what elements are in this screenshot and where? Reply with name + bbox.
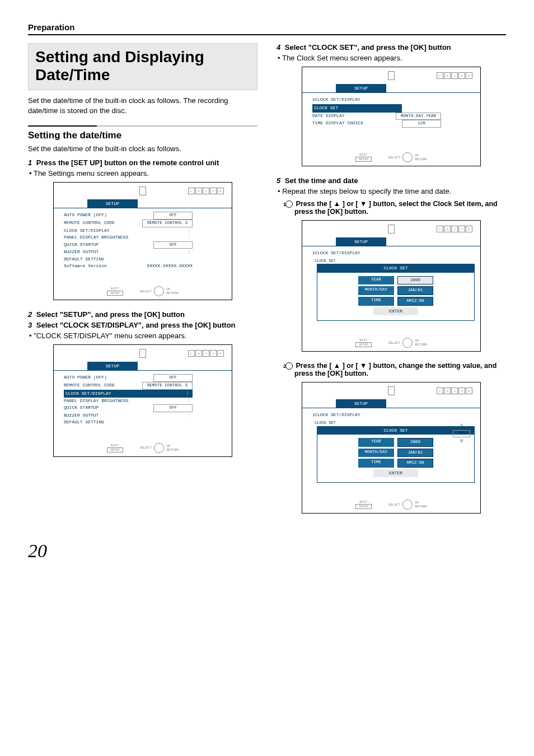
- step-1: 1 Press the [SET UP] button on the remot…: [28, 158, 257, 167]
- step-4: 4 Select "CLOCK SET", and press the [OK]…: [277, 43, 506, 52]
- step-3-note: "CLOCK SET/DISPLAY" menu screen appears.: [29, 332, 257, 340]
- page-number: 20: [28, 540, 506, 562]
- step-4-note: The Clock Set menu screen appears.: [278, 54, 506, 62]
- step-5: 5 Set the time and date: [277, 176, 506, 185]
- menu-screenshot-3: ▷◎♫▭⎚ SETUP CLOCK SET/DISPLAY CLOCK SET …: [302, 67, 481, 166]
- doc-icon: [139, 186, 146, 195]
- page-title: Setting and Displaying Date/Time: [35, 48, 250, 84]
- year-stepper: △ 2009 ▽: [453, 422, 470, 446]
- subheading: Setting the date/time: [28, 130, 257, 141]
- menu-screenshot-2: ▷◎♫▭⎚ SETUP AUTO POWER (OFF)OFF REMOTE C…: [53, 344, 232, 456]
- divider: [28, 34, 506, 35]
- step-5b: 2 Press the [ ▲ ] or [ ▼ ] button, chang…: [285, 362, 506, 377]
- doc-icon: [139, 349, 146, 358]
- right-column: 4 Select "CLOCK SET", and press the [OK]…: [277, 43, 506, 524]
- step-5a: 1 Press the [ ▲ ] or [ ▼ ] button, selec…: [285, 200, 506, 216]
- menu-screenshot-5: ▷◎♫▭⎚ SETUP CLOCK SET/DISPLAY CLOCK SET …: [302, 382, 481, 514]
- left-column: Setting and Displaying Date/Time Set the…: [28, 43, 257, 524]
- jog-icon: [154, 286, 164, 296]
- mode-icons: ▷◎♫▭⎚: [188, 188, 224, 194]
- step-1-note: The Settings menu screen appears.: [29, 169, 257, 178]
- accent-rule: [28, 125, 257, 127]
- menu-screenshot-1: ▷◎♫▭⎚ SETUP AUTO POWER (OFF)OFF REMOTE C…: [53, 182, 232, 300]
- title-box: Setting and Displaying Date/Time: [28, 43, 257, 90]
- section-label: Preparation: [28, 22, 506, 32]
- menu-screenshot-4: ▷◎♫▭⎚ SETUP CLOCK SET/DISPLAY CLOCK SET …: [302, 220, 481, 352]
- step-3: 3 Select "CLOCK SET/DISPLAY", and press …: [28, 321, 257, 329]
- intro-text: Set the date/time of the built-in clock …: [28, 96, 257, 115]
- step-2: 2 Select "SETUP", and press the [OK] but…: [28, 310, 257, 319]
- sub-desc: Set the date/time of the built-in clock …: [28, 144, 257, 153]
- setup-tab: SETUP: [87, 199, 138, 208]
- step-5-note: Repeat the steps below to specify the ti…: [278, 187, 506, 195]
